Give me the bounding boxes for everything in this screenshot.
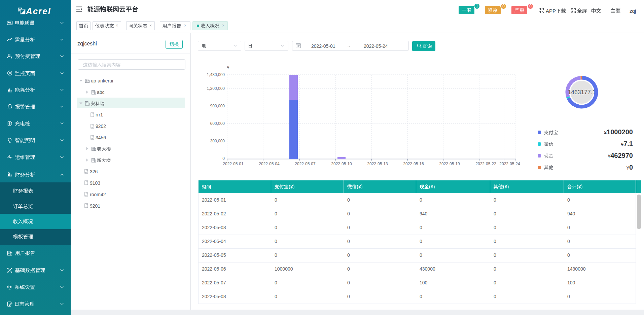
svg-text:2022-05-10: 2022-05-10 [331, 162, 352, 166]
svg-text:900,000: 900,000 [210, 104, 225, 108]
svg-text:600,000: 600,000 [210, 121, 225, 126]
svg-text:0: 0 [222, 156, 225, 161]
svg-text:1,200,000: 1,200,000 [207, 86, 225, 91]
svg-text:2022-05-01: 2022-05-01 [223, 162, 244, 166]
svg-text:2022-05-13: 2022-05-13 [367, 162, 388, 166]
svg-text:¥: ¥ [227, 65, 229, 70]
svg-text:2022-05-16: 2022-05-16 [403, 162, 424, 166]
svg-text:300,000: 300,000 [210, 139, 225, 143]
svg-text:2022-05-04: 2022-05-04 [259, 162, 280, 166]
svg-text:1463177.1: 1463177.1 [568, 89, 596, 96]
svg-text:2022-05-24: 2022-05-24 [499, 162, 520, 166]
svg-text:1,430,000: 1,430,000 [207, 72, 225, 77]
svg-text:2022-05-22: 2022-05-22 [475, 162, 496, 166]
svg-text:2022-05-07: 2022-05-07 [295, 162, 316, 166]
svg-text:2022-05-19: 2022-05-19 [439, 162, 460, 166]
